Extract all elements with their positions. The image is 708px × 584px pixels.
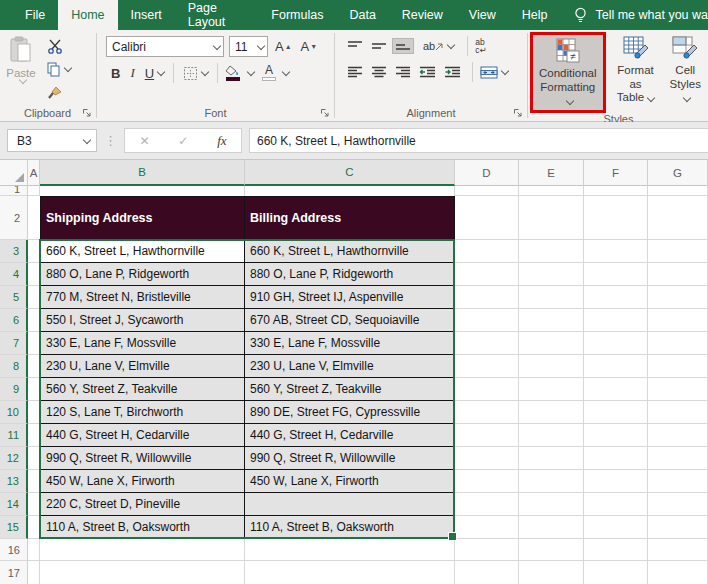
cell-A16[interactable] (28, 539, 40, 561)
cell-E1[interactable] (519, 186, 584, 196)
cell-C16[interactable] (245, 539, 455, 561)
cell-E11[interactable] (519, 424, 584, 447)
fill-color-button[interactable] (223, 65, 243, 81)
cell-A7[interactable] (28, 332, 40, 355)
bold-button[interactable]: B (106, 65, 125, 82)
cell-E10[interactable] (519, 401, 584, 424)
font-size-combobox[interactable]: 11 (229, 36, 268, 57)
insert-function-button[interactable]: fx (217, 133, 226, 149)
cell-D12[interactable] (455, 447, 519, 470)
row-header-6[interactable]: 6 (0, 309, 28, 332)
cell-G1[interactable] (648, 186, 708, 196)
cell-B7[interactable]: 330 E, Lane F, Mossville (40, 332, 245, 355)
tab-home[interactable]: Home (58, 0, 117, 30)
row-header-13[interactable]: 13 (0, 470, 28, 493)
conditional-formatting-button[interactable]: ≠ Conditional Formatting (533, 35, 603, 108)
row-header-9[interactable]: 9 (0, 378, 28, 401)
cell-B8[interactable]: 230 U, Lane V, Elmville (40, 355, 245, 378)
cell-E13[interactable] (519, 470, 584, 493)
row-header-17[interactable]: 17 (0, 561, 28, 584)
cell-D4[interactable] (455, 263, 519, 286)
cell-A13[interactable] (28, 470, 40, 493)
cell-D8[interactable] (455, 355, 519, 378)
cell-G8[interactable] (648, 355, 708, 378)
cell-E4[interactable] (519, 263, 584, 286)
cell-C6[interactable]: 670 AB, Street CD, Sequoiaville (245, 309, 455, 332)
cell-F1[interactable] (584, 186, 648, 196)
format-as-table-button[interactable]: Format as Table (609, 32, 663, 105)
cell-C4[interactable]: 880 O, Lane P, Ridgeworth (245, 263, 455, 286)
cell-A15[interactable] (28, 516, 40, 539)
col-header-B[interactable]: B (40, 160, 245, 186)
align-top-button[interactable] (344, 38, 366, 54)
col-header-C[interactable]: C (245, 160, 455, 186)
cell-G9[interactable] (648, 378, 708, 401)
cell-G4[interactable] (648, 263, 708, 286)
row-header-2[interactable]: 2 (0, 196, 28, 240)
cell-B1[interactable] (40, 186, 245, 196)
cell-C9[interactable]: 560 Y, Street Z, Teakville (245, 378, 455, 401)
tab-file[interactable]: File (12, 0, 58, 30)
row-header-15[interactable]: 15 (0, 516, 28, 539)
cell-B16[interactable] (40, 539, 245, 561)
cell-D5[interactable] (455, 286, 519, 309)
cell-C17[interactable] (245, 561, 455, 584)
alignment-dialog-launcher[interactable] (513, 108, 523, 118)
row-header-12[interactable]: 12 (0, 447, 28, 470)
cell-E17[interactable] (519, 561, 584, 584)
tab-review[interactable]: Review (389, 0, 456, 30)
cell-D15[interactable] (455, 516, 519, 539)
cell-B11[interactable]: 440 G, Street H, Cedarville (40, 424, 245, 447)
cell-D10[interactable] (455, 401, 519, 424)
cell-A17[interactable] (28, 561, 40, 584)
cell-G16[interactable] (648, 539, 708, 561)
font-name-combobox[interactable]: Calibri (106, 36, 224, 57)
cell-E16[interactable] (519, 539, 584, 561)
cut-button[interactable] (44, 36, 74, 56)
cell-F13[interactable] (584, 470, 648, 493)
cell-B12[interactable]: 990 Q, Street R, Willowville (40, 447, 245, 470)
cell-A11[interactable] (28, 424, 40, 447)
font-dialog-launcher[interactable] (320, 108, 330, 118)
cell-D9[interactable] (455, 378, 519, 401)
cell-F10[interactable] (584, 401, 648, 424)
copy-button[interactable] (44, 59, 74, 79)
cell-F15[interactable] (584, 516, 648, 539)
select-all-corner[interactable] (0, 160, 28, 186)
cell-G14[interactable] (648, 493, 708, 516)
align-bottom-button[interactable] (392, 38, 414, 54)
cell-E7[interactable] (519, 332, 584, 355)
cell-G6[interactable] (648, 309, 708, 332)
cell-A10[interactable] (28, 401, 40, 424)
cell-F12[interactable] (584, 447, 648, 470)
row-header-1[interactable]: 1 (0, 186, 28, 196)
tab-page-layout[interactable]: Page Layout (175, 0, 259, 30)
cell-E8[interactable] (519, 355, 584, 378)
enter-button[interactable]: ✓ (178, 134, 188, 148)
row-header-8[interactable]: 8 (0, 355, 28, 378)
cell-B4[interactable]: 880 O, Lane P, Ridgeworth (40, 263, 245, 286)
cell-E5[interactable] (519, 286, 584, 309)
cell-E15[interactable] (519, 516, 584, 539)
cell-G10[interactable] (648, 401, 708, 424)
cell-styles-button[interactable]: Cell Styles (663, 32, 708, 105)
cell-E12[interactable] (519, 447, 584, 470)
cell-B13[interactable]: 450 W, Lane X, Firworth (40, 470, 245, 493)
tab-view[interactable]: View (456, 0, 509, 30)
cell-C5[interactable]: 910 GH, Street IJ, Aspenville (245, 286, 455, 309)
row-header-7[interactable]: 7 (0, 332, 28, 355)
row-header-3[interactable]: 3 (0, 240, 28, 263)
cell-F9[interactable] (584, 378, 648, 401)
cell-C3[interactable]: 660 K, Street L, Hawthornville (245, 240, 455, 263)
cell-C15[interactable]: 110 A, Street B, Oaksworth (245, 516, 455, 539)
name-box[interactable]: B3 (7, 129, 97, 152)
cell-A9[interactable] (28, 378, 40, 401)
cell-D14[interactable] (455, 493, 519, 516)
cell-A5[interactable] (28, 286, 40, 309)
cell-G3[interactable] (648, 240, 708, 263)
cell-F3[interactable] (584, 240, 648, 263)
cell-B15[interactable]: 110 A, Street B, Oaksworth (40, 516, 245, 539)
cell-B3[interactable]: 660 K, Street L, Hawthornville (40, 240, 245, 263)
col-header-F[interactable]: F (584, 160, 648, 186)
align-center-button[interactable] (368, 64, 390, 80)
